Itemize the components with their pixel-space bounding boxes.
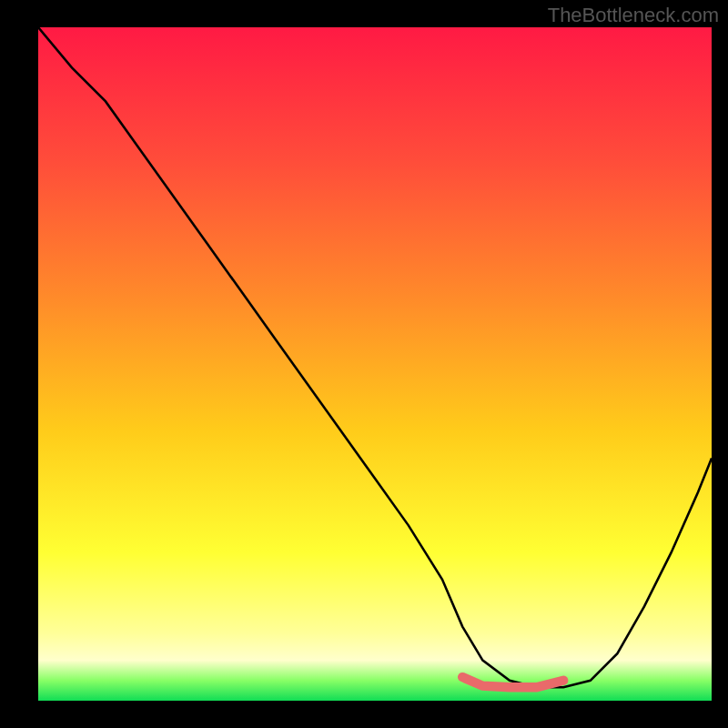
watermark-label: TheBottleneck.com <box>548 4 719 27</box>
background-gradient <box>38 27 712 701</box>
svg-rect-0 <box>38 27 712 701</box>
chart-area <box>38 27 712 701</box>
